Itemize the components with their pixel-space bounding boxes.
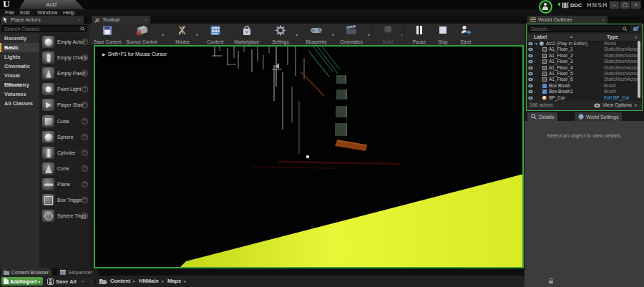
item-empty-character[interactable]: Empty Chara? bbox=[39, 50, 89, 65]
menu-help[interactable]: Help bbox=[63, 9, 74, 16]
outliner-row-boxbrush2[interactable]: Box Brush2 Brush bbox=[527, 89, 641, 94]
visibility-eye-icon[interactable] bbox=[528, 54, 533, 58]
item-point-light[interactable]: Point Light? bbox=[39, 82, 89, 97]
item-cylinder[interactable]: Cylinder? bbox=[39, 145, 89, 160]
forward-button[interactable]: → bbox=[88, 278, 94, 284]
item-sphere-trigger[interactable]: Sphere Trigg? bbox=[39, 208, 89, 223]
tab-sequencer[interactable]: Sequencer bbox=[57, 268, 99, 276]
visibility-eye-icon[interactable] bbox=[528, 89, 533, 94]
save-current-button[interactable]: Save Current bbox=[93, 24, 122, 45]
restore-button[interactable]: ▢ bbox=[620, 1, 630, 9]
outliner-row-floor6[interactable]: A1_Floor_6 StaticMeshActor bbox=[527, 77, 641, 82]
column-label[interactable]: Label bbox=[534, 34, 547, 39]
view-options-button[interactable]: View Options bbox=[602, 102, 632, 107]
row-type: Brush bbox=[604, 89, 638, 94]
add-import-button[interactable]: Add/Import ▾ bbox=[1, 277, 43, 286]
visibility-eye-icon[interactable] bbox=[528, 84, 533, 88]
lock-icon[interactable] bbox=[548, 278, 554, 284]
outliner-search-input[interactable] bbox=[528, 25, 630, 32]
visibility-eye-icon[interactable] bbox=[528, 42, 533, 46]
category-visual-effects[interactable]: Visual Effects bbox=[0, 71, 39, 80]
outliner-row-floor1[interactable]: A1_Floor_1 StaticMeshActor bbox=[527, 47, 641, 52]
expander-icon[interactable]: ▼ bbox=[535, 41, 538, 47]
outliner-scrollbar[interactable] bbox=[638, 41, 640, 98]
dropdown-caret-icon[interactable]: ▾ bbox=[196, 32, 198, 37]
close-tab-icon[interactable]: × bbox=[78, 17, 81, 22]
source-control-button[interactable]: Source Control ▾ bbox=[124, 24, 160, 45]
tab-toolbar[interactable]: Toolbar × bbox=[92, 16, 150, 24]
category-lights[interactable]: Lights bbox=[0, 52, 39, 62]
sequencer-icon bbox=[60, 270, 66, 275]
item-cube[interactable]: Cube? bbox=[39, 114, 89, 129]
visibility-eye-icon[interactable] bbox=[528, 66, 533, 70]
visibility-eye-icon[interactable] bbox=[528, 47, 533, 52]
dropdown-caret-icon[interactable]: ▾ bbox=[332, 32, 334, 37]
row-type: StaticMeshActor bbox=[604, 65, 638, 71]
settings-button[interactable]: Settings ▾ bbox=[267, 24, 294, 45]
menu-window[interactable]: Window bbox=[37, 9, 57, 16]
tab-details[interactable]: Details bbox=[527, 112, 557, 121]
item-cone[interactable]: Cone? bbox=[39, 161, 89, 176]
tab-world-outliner[interactable]: World Outliner × bbox=[527, 16, 608, 24]
sort-ascending-icon[interactable]: ▲ bbox=[570, 34, 573, 39]
close-button[interactable]: × bbox=[630, 1, 641, 9]
category-cinematic[interactable]: Cinematic bbox=[0, 62, 39, 71]
visibility-eye-icon[interactable] bbox=[528, 59, 533, 64]
outliner-row-boxbrush[interactable]: Box Brush Brush bbox=[527, 83, 641, 89]
outliner-row-floor4[interactable]: A1_Floor_4 StaticMeshActor bbox=[527, 65, 641, 71]
content-button[interactable]: Content bbox=[203, 24, 228, 45]
item-empty-pawn[interactable]: Empty Pawn? bbox=[39, 66, 89, 81]
tab-world-settings[interactable]: World Settings bbox=[575, 112, 622, 121]
world-filter-icon[interactable] bbox=[633, 26, 639, 32]
visibility-eye-icon[interactable] bbox=[528, 72, 533, 76]
visibility-eye-icon[interactable] bbox=[528, 96, 533, 100]
category-all-classes[interactable]: All Classes bbox=[0, 99, 39, 108]
pause-button[interactable]: Pause bbox=[409, 24, 430, 45]
breadcrumb-maps[interactable]: Maps bbox=[167, 278, 181, 284]
menu-edit[interactable]: Edit bbox=[20, 9, 30, 16]
category-volumes[interactable]: Volumes bbox=[0, 89, 39, 99]
outliner-row-floor3[interactable]: A1_Floor_3 StaticMeshActor bbox=[527, 59, 641, 64]
breadcrumb-hnmain[interactable]: HNMain bbox=[139, 278, 159, 284]
visibility-eye-icon[interactable] bbox=[528, 77, 533, 82]
item-sphere[interactable]: Sphere? bbox=[39, 130, 89, 145]
build-button[interactable]: Build ▾ bbox=[376, 24, 400, 45]
marketplace-button[interactable]: Marketplace bbox=[230, 24, 264, 45]
save-all-button[interactable]: Save All bbox=[56, 278, 77, 285]
game-viewport[interactable]: ▶Shift+F1 for Mouse Cursor bbox=[94, 45, 524, 268]
cinematics-button[interactable]: Cinematics ▾ bbox=[336, 24, 367, 45]
tab-content-browser[interactable]: Content Browser bbox=[1, 268, 52, 276]
category-basic[interactable]: Basic bbox=[0, 43, 39, 52]
outliner-row-floor5[interactable]: A1_Floor_5 StaticMeshActor bbox=[527, 71, 641, 77]
outliner-row-floor2[interactable]: A1_Floor_2 StaticMeshActor bbox=[527, 53, 641, 59]
column-type[interactable]: Type bbox=[607, 34, 618, 39]
tab-place-actors[interactable]: Place Actors × bbox=[1, 16, 84, 24]
dropdown-caret-icon[interactable]: ▾ bbox=[368, 32, 370, 37]
stop-button[interactable]: Stop bbox=[434, 24, 452, 45]
item-player-start[interactable]: Player Start? bbox=[39, 97, 89, 112]
category-geometry[interactable]: Geometry bbox=[0, 80, 39, 89]
breadcrumb-content[interactable]: Content bbox=[110, 278, 130, 284]
outliner-row-bpcar[interactable]: BP_Car Edit BP_Car bbox=[527, 95, 641, 101]
item-plane[interactable]: Plane? bbox=[39, 177, 89, 192]
item-empty-actor[interactable]: Empty Actor? bbox=[39, 34, 89, 49]
edit-blueprint-link[interactable]: Edit BP_Car bbox=[604, 95, 638, 101]
close-tab-icon[interactable]: × bbox=[602, 17, 605, 22]
minimize-button[interactable]: – bbox=[609, 1, 620, 9]
type-filter-icon[interactable]: ▼ bbox=[634, 35, 638, 39]
eject-button[interactable]: Eject bbox=[456, 24, 476, 45]
back-button[interactable]: ← bbox=[80, 278, 86, 284]
menu-file[interactable]: File bbox=[5, 9, 14, 16]
dropdown-caret-icon[interactable]: ▾ bbox=[162, 32, 164, 37]
blueprints-button[interactable]: Blueprints ▾ bbox=[301, 24, 331, 45]
modes-button[interactable]: Modes ▾ bbox=[170, 24, 195, 45]
level-tab[interactable]: Act2 bbox=[19, 0, 84, 9]
title-bar: U Act2 DDC HNSH – ▢ × bbox=[0, 0, 644, 9]
dropdown-caret-icon[interactable]: ▾ bbox=[296, 32, 298, 37]
item-box-trigger[interactable]: Box Trigger? bbox=[39, 193, 89, 208]
outliner-row-act2[interactable]: ▼ Act2 (Play In Editor) World bbox=[527, 41, 641, 47]
session-avatar[interactable] bbox=[539, 0, 552, 14]
category-recently-placed[interactable]: Recently Placed bbox=[0, 34, 39, 43]
close-tab-icon[interactable]: × bbox=[145, 17, 147, 22]
place-actors-search-input[interactable] bbox=[1, 25, 87, 32]
